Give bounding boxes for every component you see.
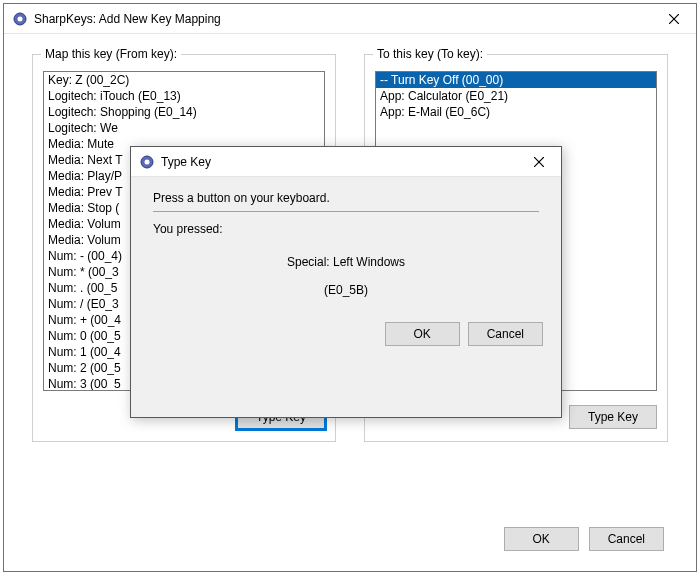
modal-close-button[interactable]	[516, 147, 561, 176]
list-item[interactable]: Key: Z (00_2C)	[44, 72, 324, 88]
to-group-label: To this key (To key):	[373, 47, 487, 61]
type-key-dialog: Type Key Press a button on your keyboard…	[130, 146, 562, 418]
list-item[interactable]: App: E-Mail (E0_6C)	[376, 104, 656, 120]
list-item[interactable]: App: Calculator (E0_21)	[376, 88, 656, 104]
app-icon	[139, 154, 155, 170]
list-item[interactable]: -- Turn Key Off (00_00)	[376, 72, 656, 88]
close-button[interactable]	[651, 4, 696, 33]
modal-body: Press a button on your keyboard. You pre…	[131, 177, 561, 322]
pressed-key-line1: Special: Left Windows	[153, 248, 539, 276]
main-title: SharpKeys: Add New Key Mapping	[34, 12, 651, 26]
from-group-label: Map this key (From key):	[41, 47, 181, 61]
you-pressed-label: You pressed:	[153, 222, 539, 236]
list-item[interactable]: Logitech: Shopping (E0_14)	[44, 104, 324, 120]
main-footer: OK Cancel	[504, 527, 664, 551]
modal-ok-button[interactable]: OK	[385, 322, 460, 346]
svg-point-1	[18, 16, 23, 21]
modal-title: Type Key	[161, 155, 516, 169]
main-cancel-button[interactable]: Cancel	[589, 527, 664, 551]
modal-footer: OK Cancel	[131, 322, 561, 360]
modal-cancel-button[interactable]: Cancel	[468, 322, 543, 346]
app-icon	[12, 11, 28, 27]
to-type-key-button[interactable]: Type Key	[569, 405, 657, 429]
close-icon	[669, 14, 679, 24]
divider	[153, 211, 539, 212]
svg-point-5	[145, 159, 150, 164]
list-item[interactable]: Logitech: We	[44, 120, 324, 136]
pressed-key-display: Special: Left Windows (E0_5B)	[153, 244, 539, 322]
modal-titlebar: Type Key	[131, 147, 561, 177]
list-item[interactable]: Logitech: iTouch (E0_13)	[44, 88, 324, 104]
close-icon	[534, 157, 544, 167]
modal-instruction: Press a button on your keyboard.	[153, 191, 539, 205]
pressed-key-line2: (E0_5B)	[153, 276, 539, 304]
main-ok-button[interactable]: OK	[504, 527, 579, 551]
main-titlebar: SharpKeys: Add New Key Mapping	[4, 4, 696, 34]
